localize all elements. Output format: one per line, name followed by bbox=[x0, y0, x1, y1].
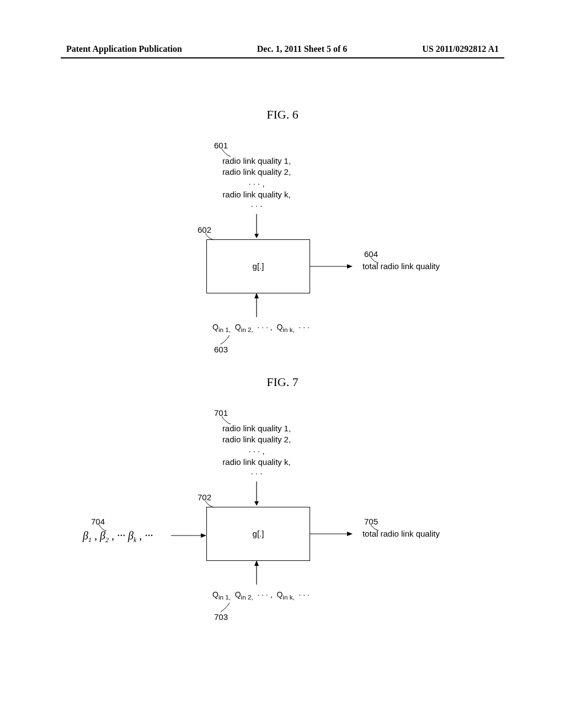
header-left: Patent Application Publication bbox=[66, 44, 182, 54]
fig7-g-label: g[.] bbox=[253, 528, 264, 539]
fig7-arrow-right bbox=[310, 531, 354, 537]
svg-marker-3 bbox=[347, 264, 353, 269]
fig7-rlq1: radio link quality 1, bbox=[199, 423, 315, 434]
fig6-arrow-top bbox=[254, 214, 259, 239]
fig7-ref-703: 703 bbox=[214, 612, 228, 622]
fig7-rlqk: radio link quality k, bbox=[199, 457, 315, 468]
fig6-gbox: g[.] bbox=[206, 239, 310, 293]
fig6-rlqk: radio link quality k, bbox=[199, 189, 315, 200]
fig6-rlq-ell1: · · · , bbox=[199, 178, 315, 189]
fig6-qin: Qin 1, Qin 2, · · · , Qin k, · · · bbox=[212, 323, 356, 333]
page: Patent Application Publication Dec. 1, 2… bbox=[0, 0, 565, 728]
header-right: US 2011/0292812 A1 bbox=[422, 44, 499, 54]
page-header: Patent Application Publication Dec. 1, 2… bbox=[66, 44, 499, 54]
fig6-rlq-ell2: · · · bbox=[199, 200, 315, 211]
fig6-output-label: total radio link quality bbox=[354, 261, 448, 272]
fig6-rlq1: radio link quality 1, bbox=[199, 156, 315, 167]
fig6-rlq2: radio link quality 2, bbox=[199, 167, 315, 178]
fig7-rlq-ell1: · · · , bbox=[199, 446, 315, 457]
svg-marker-9 bbox=[201, 533, 206, 538]
header-center: Dec. 1, 2011 Sheet 5 of 6 bbox=[257, 44, 348, 54]
fig6-input-list: radio link quality 1, radio link quality… bbox=[199, 156, 315, 211]
fig7-rlq-ell2: · · · bbox=[199, 468, 315, 479]
fig7-rlq2: radio link quality 2, bbox=[199, 434, 315, 445]
fig7-output-label: total radio link quality bbox=[354, 528, 448, 539]
svg-marker-1 bbox=[254, 234, 259, 238]
fig7-input-list: radio link quality 1, radio link quality… bbox=[199, 423, 315, 479]
fig7-gbox: g[.] bbox=[206, 507, 310, 561]
fig7-arrow-top bbox=[254, 481, 259, 506]
svg-marker-11 bbox=[347, 532, 353, 536]
fig6-ref-603: 603 bbox=[214, 345, 228, 354]
fig6-arrow-bottom bbox=[254, 293, 259, 320]
fig7-qin: Qin 1, Qin 2, · · · , Qin k, · · · bbox=[212, 590, 356, 601]
header-rule bbox=[61, 57, 504, 58]
svg-marker-13 bbox=[254, 560, 259, 566]
svg-marker-5 bbox=[254, 293, 259, 298]
fig7-arrow-bottom bbox=[254, 560, 259, 588]
fig6-arrow-right bbox=[310, 264, 354, 269]
fig7-arrow-left bbox=[171, 533, 207, 538]
fig6-title: FIG. 6 bbox=[0, 108, 565, 122]
svg-marker-7 bbox=[254, 501, 259, 506]
fig6-g-label: g[.] bbox=[253, 261, 264, 272]
fig7-title: FIG. 7 bbox=[0, 375, 565, 389]
fig7-beta-list: β1 , β2 , ··· βk , ··· bbox=[83, 529, 182, 544]
